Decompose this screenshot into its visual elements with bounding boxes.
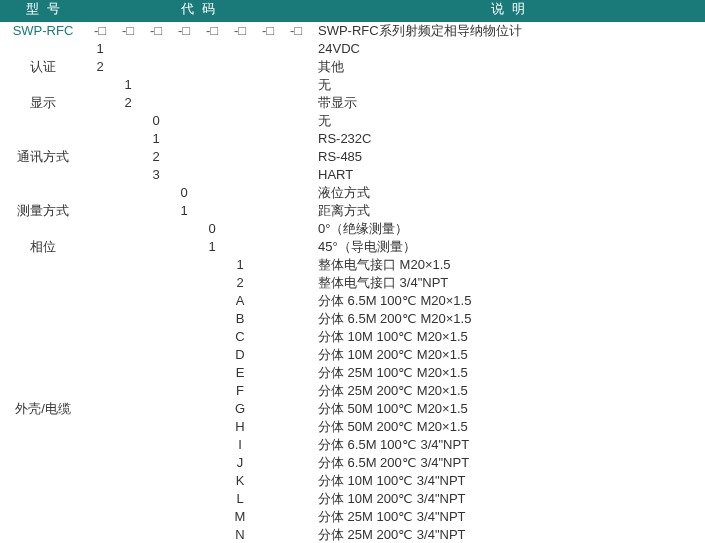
table-row: 通讯方式 2 RS-485	[0, 148, 705, 166]
label-comm: 通讯方式	[0, 148, 86, 166]
table-row: 测量方式 1 距离方式	[0, 202, 705, 220]
desc-cell: 分体 6.5M 200℃ M20×1.5	[310, 310, 705, 328]
desc-cell: 0°（绝缘测量）	[310, 220, 705, 238]
table-header-row: 型号 代码 说明	[0, 0, 705, 22]
label-phase: 相位	[0, 238, 86, 256]
code-placeholder: -□	[282, 22, 310, 40]
desc-cell: 液位方式	[310, 184, 705, 202]
desc-cell: 分体 25M 100℃ M20×1.5	[310, 364, 705, 382]
desc-cell: 整体电气接口 3/4"NPT	[310, 274, 705, 292]
code-placeholder: -□	[86, 22, 114, 40]
table-row: D分体 10M 200℃ M20×1.5	[0, 346, 705, 364]
model-code-table: 型号 代码 说明 SWP-RFC -□ -□ -□ -□ -□ -□ -□ -□…	[0, 0, 705, 543]
table-row: 0 无	[0, 112, 705, 130]
code-cell: J	[226, 454, 254, 472]
desc-cell: 分体 25M 100℃ 3/4"NPT	[310, 508, 705, 526]
table-row: I分体 6.5M 100℃ 3/4"NPT	[0, 436, 705, 454]
code-cell: 2	[86, 58, 114, 76]
desc-cell: 分体 6.5M 100℃ 3/4"NPT	[310, 436, 705, 454]
desc-cell: 分体 50M 100℃ M20×1.5	[310, 400, 705, 418]
label-display: 显示	[0, 94, 86, 112]
code-cell: 0	[170, 184, 198, 202]
desc-cell: 分体 6.5M 100℃ M20×1.5	[310, 292, 705, 310]
code-cell: 1	[114, 76, 142, 94]
desc-cell: RS-232C	[310, 130, 705, 148]
table-row: 相位 1 45°（导电测量）	[0, 238, 705, 256]
code-placeholder: -□	[114, 22, 142, 40]
code-cell: E	[226, 364, 254, 382]
code-placeholder: -□	[170, 22, 198, 40]
label-housing: 外壳/电缆	[0, 400, 86, 418]
table-row: H分体 50M 200℃ M20×1.5	[0, 418, 705, 436]
code-cell: F	[226, 382, 254, 400]
code-cell: G	[226, 400, 254, 418]
desc-cell: 分体 10M 100℃ M20×1.5	[310, 328, 705, 346]
desc-cell: 分体 10M 100℃ 3/4"NPT	[310, 472, 705, 490]
code-cell: 2	[114, 94, 142, 112]
code-cell: N	[226, 526, 254, 543]
table-row: 1整体电气接口 M20×1.5	[0, 256, 705, 274]
table-row: E分体 25M 100℃ M20×1.5	[0, 364, 705, 382]
code-cell: 3	[142, 166, 170, 184]
table-row: N分体 25M 200℃ 3/4"NPT	[0, 526, 705, 543]
desc-cell: 分体 25M 200℃ 3/4"NPT	[310, 526, 705, 543]
header-code: 代码	[86, 0, 310, 22]
table-row: 1 RS-232C	[0, 130, 705, 148]
label-measure: 测量方式	[0, 202, 86, 220]
desc-cell: 分体 10M 200℃ 3/4"NPT	[310, 490, 705, 508]
desc-cell: 无	[310, 76, 705, 94]
code-cell: H	[226, 418, 254, 436]
table-row: 显示 2 带显示	[0, 94, 705, 112]
table-row: L分体 10M 200℃ 3/4"NPT	[0, 490, 705, 508]
table-row: 3 HART	[0, 166, 705, 184]
table-row: K分体 10M 100℃ 3/4"NPT	[0, 472, 705, 490]
desc-cell: 无	[310, 112, 705, 130]
code-cell: A	[226, 292, 254, 310]
code-cell: 1	[198, 238, 226, 256]
code-placeholder: -□	[254, 22, 282, 40]
code-placeholder: -□	[198, 22, 226, 40]
code-cell: 2	[142, 148, 170, 166]
desc-cell: HART	[310, 166, 705, 184]
table-row: A分体 6.5M 100℃ M20×1.5	[0, 292, 705, 310]
code-cell: C	[226, 328, 254, 346]
code-cell: K	[226, 472, 254, 490]
code-cell: B	[226, 310, 254, 328]
code-cell: 1	[226, 256, 254, 274]
code-cell: D	[226, 346, 254, 364]
desc-cell: 分体 10M 200℃ M20×1.5	[310, 346, 705, 364]
code-cell: 0	[142, 112, 170, 130]
desc-cell: 其他	[310, 58, 705, 76]
desc-cell: 分体 50M 200℃ M20×1.5	[310, 418, 705, 436]
code-cell: 0	[198, 220, 226, 238]
header-desc: 说明	[310, 0, 705, 22]
desc-cell: 24VDC	[310, 40, 705, 58]
table-row: M分体 25M 100℃ 3/4"NPT	[0, 508, 705, 526]
desc-cell: 分体 6.5M 200℃ 3/4"NPT	[310, 454, 705, 472]
table-row: 认证 2 其他	[0, 58, 705, 76]
table-row: J分体 6.5M 200℃ 3/4"NPT	[0, 454, 705, 472]
code-cell: 1	[142, 130, 170, 148]
table-row: 2整体电气接口 3/4"NPT	[0, 274, 705, 292]
header-model: 型号	[0, 0, 86, 22]
desc-cell: SWP-RFC系列射频定相导纳物位计	[310, 22, 705, 40]
desc-cell: 分体 25M 200℃ M20×1.5	[310, 382, 705, 400]
code-placeholder: -□	[142, 22, 170, 40]
table-row: C分体 10M 100℃ M20×1.5	[0, 328, 705, 346]
table-row: 0 0°（绝缘测量）	[0, 220, 705, 238]
desc-cell: 整体电气接口 M20×1.5	[310, 256, 705, 274]
code-cell: I	[226, 436, 254, 454]
desc-cell: 45°（导电测量）	[310, 238, 705, 256]
code-cell: L	[226, 490, 254, 508]
code-cell: 2	[226, 274, 254, 292]
label-cert: 认证	[0, 58, 86, 76]
table-row: F分体 25M 200℃ M20×1.5	[0, 382, 705, 400]
code-cell: 1	[86, 40, 114, 58]
table-row: 1 24VDC	[0, 40, 705, 58]
model-base: SWP-RFC	[0, 22, 86, 40]
code-cell: M	[226, 508, 254, 526]
table-row: B分体 6.5M 200℃ M20×1.5	[0, 310, 705, 328]
code-cell: 1	[170, 202, 198, 220]
table-row: 外壳/电缆G分体 50M 100℃ M20×1.5	[0, 400, 705, 418]
table-row: 1 无	[0, 76, 705, 94]
